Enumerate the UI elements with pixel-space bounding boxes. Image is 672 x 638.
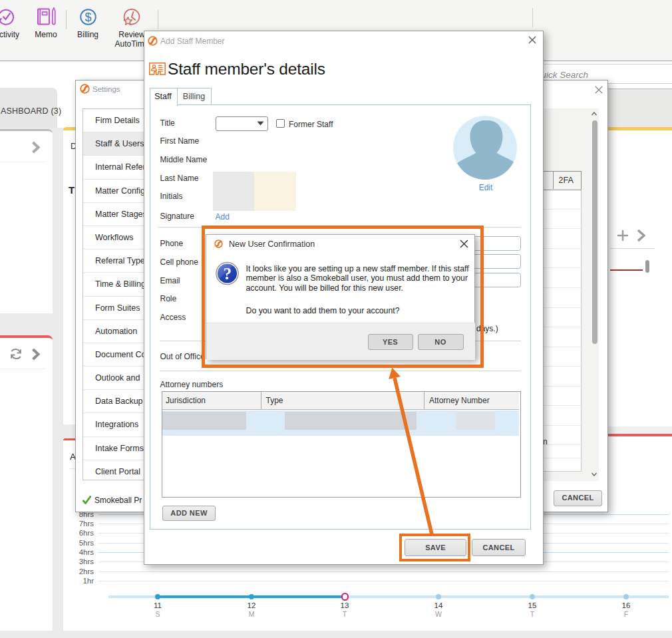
svg-text:$: $ (84, 11, 91, 24)
